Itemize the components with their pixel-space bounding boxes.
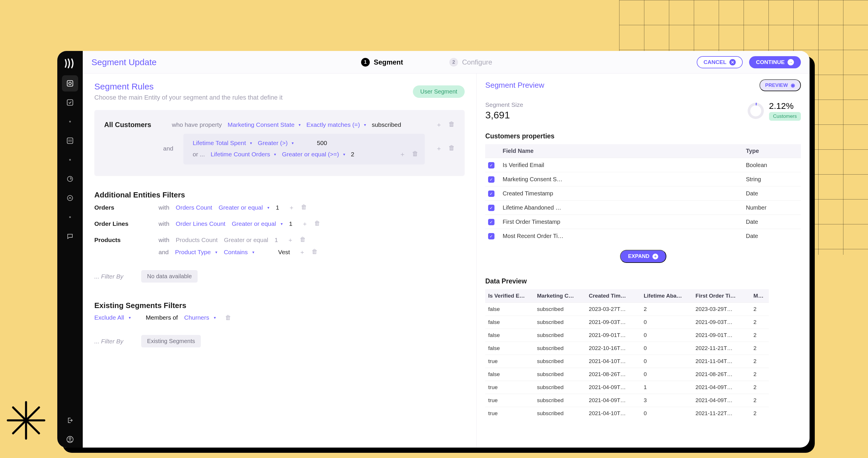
orders-op[interactable]: Greater or equal — [218, 204, 263, 211]
data-row[interactable]: truesubscribed2021-04-09T…32021-04-09T…2 — [485, 394, 769, 407]
sidebar-dot-3[interactable] — [62, 209, 78, 225]
property-row[interactable]: ✓Is Verified EmailBoolean — [485, 158, 801, 172]
property-type: Date — [743, 187, 801, 201]
sidebar-item-profile[interactable] — [62, 431, 78, 448]
value-1[interactable]: subscribed — [372, 121, 401, 128]
products-val[interactable]: 1 — [275, 236, 278, 244]
expand-button[interactable]: EXPAND ＋ — [620, 250, 666, 263]
orders-prop[interactable]: Orders Count — [176, 204, 212, 211]
property-row[interactable]: ✓Created TimestampDate — [485, 187, 801, 201]
trash-icon[interactable]: 🗑 — [314, 220, 320, 228]
dcol-5: First Order Ti… — [693, 289, 750, 303]
and-text: and — [159, 249, 169, 256]
svg-rect-6 — [67, 99, 73, 105]
sidebar-item-2[interactable] — [62, 94, 78, 111]
property-row[interactable]: ✓Lifetime Abandoned …Number — [485, 201, 801, 215]
filter-products-2: and Product Type▾ Contains▾ Vest ＋🗑 — [94, 248, 465, 260]
existing-segment-select[interactable]: Churners — [184, 314, 209, 321]
chevron-down-icon: ▾ — [299, 122, 301, 127]
orders-val[interactable]: 1 — [276, 204, 279, 211]
operator-select-3[interactable]: Greater or equal (>=) — [282, 151, 339, 158]
trash-icon[interactable]: 🗑 — [300, 236, 306, 244]
checkbox-icon[interactable]: ✓ — [488, 233, 494, 239]
orderlines-prop[interactable]: Order Lines Count — [176, 220, 225, 227]
add-icon[interactable]: ＋ — [288, 203, 294, 211]
add-icon[interactable]: ＋ — [436, 144, 442, 153]
data-row[interactable]: falsesubscribed2021-08-26T…02021-08-26T…… — [485, 368, 769, 381]
add-icon[interactable]: ＋ — [302, 220, 308, 228]
property-row[interactable]: ✓Marketing Consent S…String — [485, 172, 801, 187]
data-row[interactable]: truesubscribed2021-04-10T…02021-11-22T…2 — [485, 407, 769, 420]
sidebar-item-4[interactable] — [62, 171, 78, 187]
property-select-1[interactable]: Marketing Consent State — [228, 121, 294, 128]
value-2[interactable]: 500 — [317, 140, 327, 146]
products-prop[interactable]: Products Count — [176, 236, 218, 244]
data-row[interactable]: falsesubscribed2021-09-03T…02021-09-03T…… — [485, 316, 769, 329]
preview-button[interactable]: PREVIEW ◉ — [760, 79, 801, 91]
entity-all-customers: All Customers — [104, 121, 157, 129]
stepper: 1 Segment 2 Configure — [361, 58, 492, 66]
trash-icon[interactable]: 🗑 — [448, 144, 455, 153]
existing-segments-chip[interactable]: Existing Segments — [141, 335, 201, 347]
members-of: Members of — [146, 314, 178, 321]
data-row[interactable]: falsesubscribed2021-09-01T…02021-09-01T…… — [485, 329, 769, 342]
property-row[interactable]: ✓Most Recent Order Ti…Date — [485, 229, 801, 243]
exclude-all[interactable]: Exclude All — [94, 314, 124, 321]
add-icon[interactable]: ＋ — [399, 150, 406, 159]
add-icon[interactable]: ＋ — [436, 120, 442, 129]
add-icon[interactable]: ＋ — [299, 248, 305, 256]
checkbox-icon[interactable]: ✓ — [488, 191, 494, 197]
with-text: with — [159, 220, 169, 227]
sidebar-dot-1[interactable] — [62, 113, 78, 130]
trash-icon[interactable]: 🗑 — [225, 314, 231, 321]
cancel-button[interactable]: CANCEL ✕ — [697, 56, 743, 68]
products-op[interactable]: Greater or equal — [224, 236, 268, 244]
property-select-2[interactable]: Lifetime Total Spent — [193, 140, 246, 146]
and-connector: and — [163, 145, 178, 152]
products-op2[interactable]: Contains — [224, 249, 248, 256]
property-row[interactable]: ✓First Order TimestampDate — [485, 215, 801, 229]
data-row[interactable]: truesubscribed2021-04-10T…02021-11-04T…2 — [485, 355, 769, 368]
operator-select-2[interactable]: Greater (>) — [258, 140, 288, 146]
add-icon[interactable]: ＋ — [287, 236, 293, 244]
checkbox-icon[interactable]: ✓ — [488, 162, 494, 169]
checkbox-icon[interactable]: ✓ — [488, 205, 494, 211]
trash-icon[interactable]: 🗑 — [412, 150, 418, 159]
products-val2[interactable]: Vest — [278, 249, 290, 256]
step-configure[interactable]: 2 Configure — [450, 58, 492, 66]
filter-by-placeholder[interactable]: ... Filter By — [94, 273, 123, 280]
trash-icon[interactable]: 🗑 — [301, 203, 307, 211]
filter-orders: Orders with Orders Count Greater or equa… — [94, 199, 465, 216]
step-2-label: Configure — [462, 58, 492, 66]
filter-by-placeholder-2[interactable]: ... Filter By — [94, 338, 123, 345]
property-name: Created Timestamp — [500, 187, 743, 201]
orderlines-op[interactable]: Greater or equal — [232, 220, 276, 227]
step-segment[interactable]: 1 Segment — [361, 58, 403, 66]
data-row[interactable]: truesubscribed2021-04-09T…12021-04-09T…2 — [485, 381, 769, 394]
close-icon: ✕ — [730, 59, 736, 65]
sidebar — [57, 51, 83, 448]
data-row[interactable]: falsesubscribed2022-10-16T…02022-11-21T…… — [485, 342, 769, 355]
continue-button[interactable]: CONTINUE → — [749, 56, 801, 68]
sidebar-item-5[interactable] — [62, 190, 78, 206]
sidebar-item-1[interactable] — [62, 75, 78, 91]
app-logo — [64, 56, 76, 73]
sidebar-item-3[interactable] — [62, 133, 78, 149]
products-prop2[interactable]: Product Type — [175, 249, 211, 256]
orderlines-val[interactable]: 1 — [289, 220, 292, 227]
trash-icon[interactable]: 🗑 — [312, 248, 318, 256]
chevron-down-icon: ▾ — [215, 250, 217, 255]
checkbox-icon[interactable]: ✓ — [488, 176, 494, 183]
value-3[interactable]: 2 — [351, 151, 354, 158]
chevron-down-icon: ▾ — [252, 250, 254, 255]
operator-select-1[interactable]: Exactly matches (=) — [306, 121, 360, 128]
segment-size-label: Segment Size — [485, 101, 523, 108]
sidebar-item-logout[interactable] — [62, 412, 78, 428]
cancel-label: CANCEL — [704, 59, 726, 65]
sidebar-item-chat[interactable] — [62, 228, 78, 244]
trash-icon[interactable]: 🗑 — [448, 120, 455, 129]
sidebar-dot-2[interactable] — [62, 152, 78, 168]
data-row[interactable]: falsesubscribed2023-03-27T…22023-03-29T…… — [485, 303, 769, 316]
property-select-3[interactable]: Lifetime Count Orders — [211, 151, 270, 158]
checkbox-icon[interactable]: ✓ — [488, 219, 494, 225]
